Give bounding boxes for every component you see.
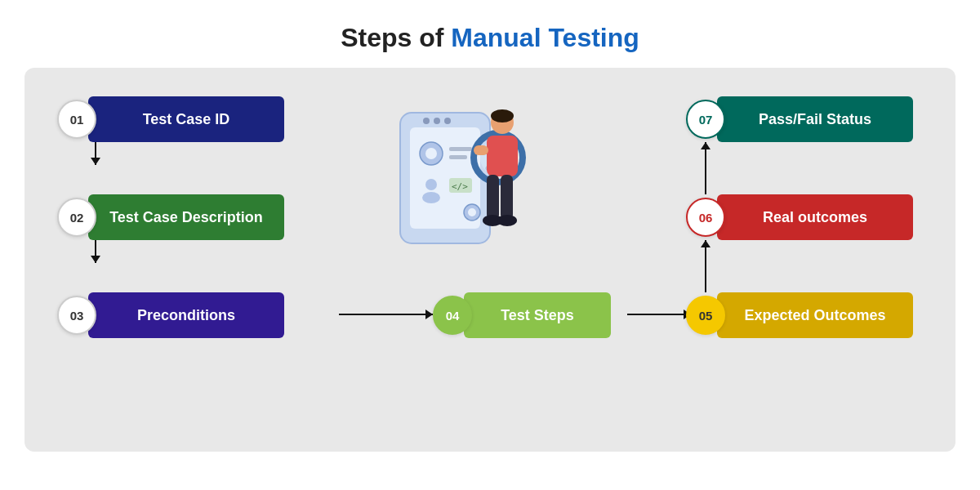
svg-point-3 <box>434 118 440 124</box>
step-07-box: Pass/Fail Status <box>717 96 913 142</box>
svg-point-25 <box>497 215 517 226</box>
step-04-row: 04 Test Steps <box>433 292 611 338</box>
step-01-badge: 01 <box>57 100 96 139</box>
arrow-up-2 <box>705 142 706 194</box>
svg-point-14 <box>468 208 476 216</box>
step-06-badge: 06 <box>686 198 725 237</box>
arrow-up-1 <box>705 240 706 292</box>
page-header: Steps of Manual Testing <box>0 0 980 68</box>
diagram-layout: 01 Test Case ID 02 Test Case Description… <box>57 72 923 448</box>
svg-rect-8 <box>449 155 467 159</box>
step-05-badge: 05 <box>686 296 725 335</box>
step-04-box: Test Steps <box>464 292 611 338</box>
illustration-svg: </> <box>376 88 539 268</box>
step-02-badge: 02 <box>57 198 96 237</box>
step-03-badge: 03 <box>57 296 96 335</box>
title-part2: Manual Testing <box>451 23 639 52</box>
svg-rect-20 <box>487 136 518 176</box>
svg-rect-22 <box>487 175 499 220</box>
step-07-row: 07 Pass/Fail Status <box>686 96 913 142</box>
svg-point-9 <box>425 179 437 190</box>
page-title: Steps of Manual Testing <box>0 0 980 68</box>
step-02-row: 02 Test Case Description <box>57 194 284 240</box>
svg-point-19 <box>491 109 514 122</box>
step-07-badge: 07 <box>686 100 725 139</box>
svg-text:</>: </> <box>452 181 468 192</box>
step-01-row: 01 Test Case ID <box>57 96 284 142</box>
svg-rect-7 <box>449 147 472 151</box>
step-01-box: Test Case ID <box>88 96 284 142</box>
arrow-04-05 <box>627 314 691 315</box>
arrow-down-1 <box>95 142 96 165</box>
step-02-box: Test Case Description <box>88 194 284 240</box>
svg-point-10 <box>422 192 440 203</box>
main-content: 01 Test Case ID 02 Test Case Description… <box>24 68 956 452</box>
svg-rect-23 <box>501 175 513 220</box>
svg-point-2 <box>423 118 430 124</box>
svg-point-6 <box>425 148 437 159</box>
title-part1: Steps of <box>341 23 451 52</box>
arrow-down-2 <box>95 240 96 263</box>
svg-point-4 <box>444 118 451 124</box>
step-03-box: Preconditions <box>88 292 284 338</box>
center-illustration: </> <box>376 88 539 271</box>
step-04-badge: 04 <box>433 296 472 335</box>
svg-rect-21 <box>474 145 488 155</box>
step-05-row: 05 Expected Outcomes <box>686 292 913 338</box>
step-06-row: 06 Real outcomes <box>686 194 913 240</box>
step-06-box: Real outcomes <box>717 194 913 240</box>
step-03-row: 03 Preconditions <box>57 292 284 338</box>
step-05-box: Expected Outcomes <box>717 292 913 338</box>
arrow-03-04 <box>339 314 433 315</box>
